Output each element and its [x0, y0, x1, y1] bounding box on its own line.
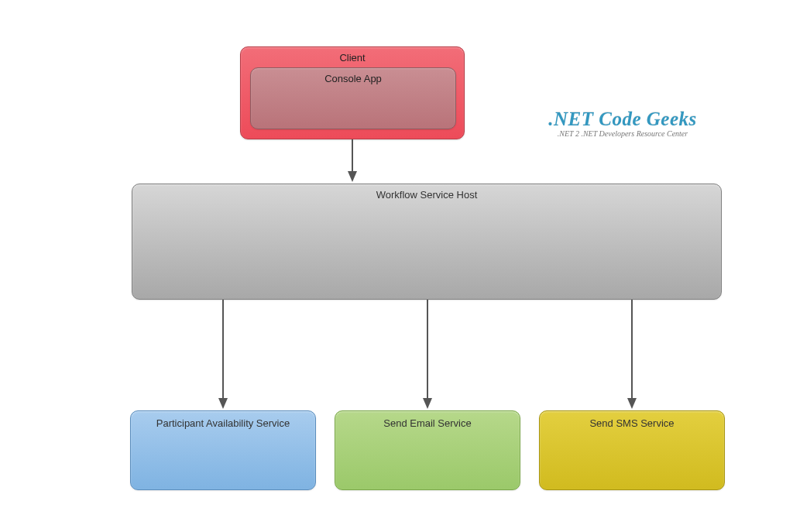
client-label: Client	[241, 47, 464, 63]
send-email-service-box: Send Email Service	[335, 410, 520, 490]
client-container: Client Console App	[240, 46, 465, 139]
workflow-service-host-label: Workflow Service Host	[132, 184, 721, 201]
send-email-service-label: Send Email Service	[335, 411, 520, 429]
console-app-box: Console App	[250, 67, 456, 129]
workflow-service-host-box: Workflow Service Host	[132, 184, 722, 300]
send-sms-service-box: Send SMS Service	[539, 410, 725, 490]
send-sms-service-label: Send SMS Service	[540, 411, 724, 429]
watermark-subtitle: .NET 2 .NET Developers Resource Center	[522, 129, 723, 138]
participant-availability-service-label: Participant Availability Service	[131, 411, 315, 429]
watermark-title: .NET Code Geeks	[522, 108, 723, 130]
participant-availability-service-box: Participant Availability Service	[130, 410, 316, 490]
watermark: .NET Code Geeks .NET 2 .NET Developers R…	[522, 108, 723, 138]
console-app-label: Console App	[251, 68, 455, 84]
